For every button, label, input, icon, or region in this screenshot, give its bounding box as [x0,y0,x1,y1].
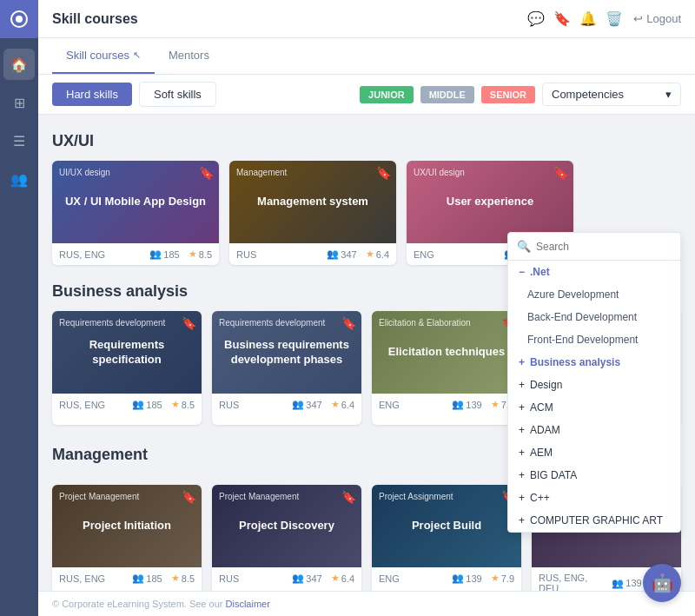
card-tag: Project Assignment [379,492,453,501]
card-rating: ★ 6.4 [331,573,354,584]
card-rating: ★ 6.4 [331,399,354,410]
dropdown-business-label: Business analysis [530,356,620,368]
logout-button[interactable]: ↩ Logout [633,12,681,25]
card-people: 👥 347 [292,573,321,584]
dropdown-item-frontend[interactable]: Front-End Development [508,328,680,351]
dropdown-item-design[interactable]: + Design [508,374,680,396]
card-footer: ENG 👥 139 ★ 7.9 [372,567,521,589]
card-footer: RUS, ENG 👥 185 ★ 8.5 [52,243,219,265]
dropdown-search-container: 🔍 [508,233,680,261]
card-lang: RUS, ENG [59,249,105,260]
card-tag: Project Management [219,492,299,501]
tab-skill-courses[interactable]: Skill courses ↖ [52,38,155,74]
sidebar-users[interactable]: 👥 [3,163,35,195]
course-card-biz-req[interactable]: Requirements development 🔖 Business requ… [212,311,361,425]
sidebar-home[interactable]: 🏠 [3,49,35,80]
expand-icon-bigdata: + [519,469,525,481]
dropdown-item-computer[interactable]: + COMPUTER GRAPHIC ART [508,509,680,532]
dropdown-acm-label: ACM [530,401,553,414]
competency-label: Competencies [552,88,624,101]
bookmark-icon[interactable]: 🔖 [341,316,356,330]
competency-dropdown[interactable]: Competencies ▾ [542,83,681,106]
course-card-proj-discovery[interactable]: Project Management 🔖 Project Discovery R… [212,485,361,591]
logout-icon: ↩ [633,12,643,25]
level-middle-badge[interactable]: MIDDLE [420,86,474,103]
card-rating: ★ 7.9 [491,573,514,584]
dropdown-item-business[interactable]: + Business analysis [508,351,680,374]
dropdown-bigdata-label: BIG DATA [530,469,577,481]
course-card-proj-initiation[interactable]: Project Management 🔖 Project Initiation … [52,485,202,591]
card-people: 👥 185 [149,248,179,260]
tab-mentors[interactable]: Mentors [155,38,223,74]
card-footer: RUS, ENG 👥 185 ★ 8.5 [52,567,202,589]
dropdown-item-adam[interactable]: + ADAM [508,419,680,441]
chevron-down-icon: ▾ [665,88,672,101]
card-lang: ENG [379,573,400,584]
chatbot-button[interactable]: 🤖 [643,564,681,602]
section-management-title: Management [52,446,148,464]
card-footer: RUS 👥 347 ★ 6.4 [212,567,361,589]
card-lang: RUS [219,400,239,410]
card-tag: Requirements development [59,318,165,328]
bookmark-icon[interactable]: 🔖 [341,490,356,504]
card-lang: RUS, ENG [59,400,105,410]
bookmark-icon[interactable]: 🔖 [553,166,568,180]
card-people: 👥 185 [132,399,162,410]
star-icon: ★ [189,248,197,260]
card-footer: RUS, ENG 👥 185 ★ 8.5 [52,394,202,415]
bookmark-icon[interactable]: 🔖 [182,316,196,330]
star-icon: ★ [366,248,374,260]
dropdown-item-net[interactable]: − .Net [508,261,680,283]
svg-point-1 [16,16,23,23]
sidebar-grid[interactable]: ⊞ [3,87,35,118]
card-lang: RUS, ENG [59,573,105,584]
tab-cursor-icon: ↖ [133,50,141,61]
dropdown-item-bigdata[interactable]: + BIG DATA [508,464,680,487]
card-footer: RUS 👥 347 ★ 6.4 [212,394,361,415]
expand-icon-aem: + [519,447,525,459]
expand-icon-cpp: + [519,492,525,504]
expand-icon-design: + [519,379,525,391]
dropdown-search-input[interactable] [536,241,672,253]
top-nav: Skill courses 💬 🔖 🔔 🗑️ ↩ Logout [38,0,695,38]
card-title: Elicitation techniques [381,345,512,360]
course-card-req-spec[interactable]: Requirements development 🔖 Requirements … [52,311,202,425]
card-title: Project Build [405,519,488,533]
scroll-area[interactable]: 🔍 − .Net Azure Development Back-End Deve… [38,115,695,591]
dropdown-item-acm[interactable]: + ACM [508,396,680,419]
sidebar-list[interactable]: ☰ [3,125,35,156]
dropdown-backend-label: Back-End Development [527,311,637,323]
bookmark-icon[interactable]: 🔖 [199,166,214,180]
card-title: Project Initiation [76,519,178,533]
dropdown-item-azure[interactable]: Azure Development [508,283,680,306]
expand-icon-business: + [519,356,525,368]
card-lang: RUS [219,573,239,584]
course-card-ux-mobile[interactable]: UI/UX design 🔖 UX / UI Mobile App Design… [52,161,219,265]
card-people: 👥 347 [327,248,356,260]
competency-dropdown-panel[interactable]: 🔍 − .Net Azure Development Back-End Deve… [507,232,681,533]
main-area: Skill courses 💬 🔖 🔔 🗑️ ↩ Logout Skill co… [38,0,695,616]
expand-icon-acm: + [519,401,525,414]
nav-icons: 💬 🔖 🔔 🗑️ [527,10,623,27]
trash-icon[interactable]: 🗑️ [606,10,623,27]
card-title: Requirements specification [52,338,202,368]
bell-icon[interactable]: 🔔 [579,10,597,27]
course-card-management-sys[interactable]: Management 🔖 Management system RUS 👥 347… [229,161,396,265]
chat-icon[interactable]: 💬 [527,10,545,27]
level-junior-badge[interactable]: JUNIOR [360,86,414,103]
bookmark-icon[interactable]: 🔖 [182,490,196,504]
dropdown-item-cpp[interactable]: + C++ [508,487,680,509]
course-card-elicitation[interactable]: Elicitation & Elaboration 🔖 Elicitation … [372,311,521,425]
bookmark-icon[interactable]: 🔖 [553,10,571,27]
dropdown-item-aem[interactable]: + AEM [508,441,680,464]
dropdown-item-backend[interactable]: Back-End Development [508,306,680,328]
level-senior-badge[interactable]: SENIOR [481,86,535,103]
disclaimer-link[interactable]: Disclaimer [226,599,270,609]
bookmark-icon[interactable]: 🔖 [376,166,391,180]
card-people: 👥 347 [292,399,321,410]
card-tag: Project Management [59,492,139,501]
soft-skills-button[interactable]: Soft skills [139,82,216,107]
course-card-proj-build[interactable]: Project Assignment 🔖 Project Build ENG 👥… [372,485,521,591]
hard-skills-button[interactable]: Hard skills [52,83,132,106]
tab-skill-courses-label: Skill courses [66,49,129,62]
